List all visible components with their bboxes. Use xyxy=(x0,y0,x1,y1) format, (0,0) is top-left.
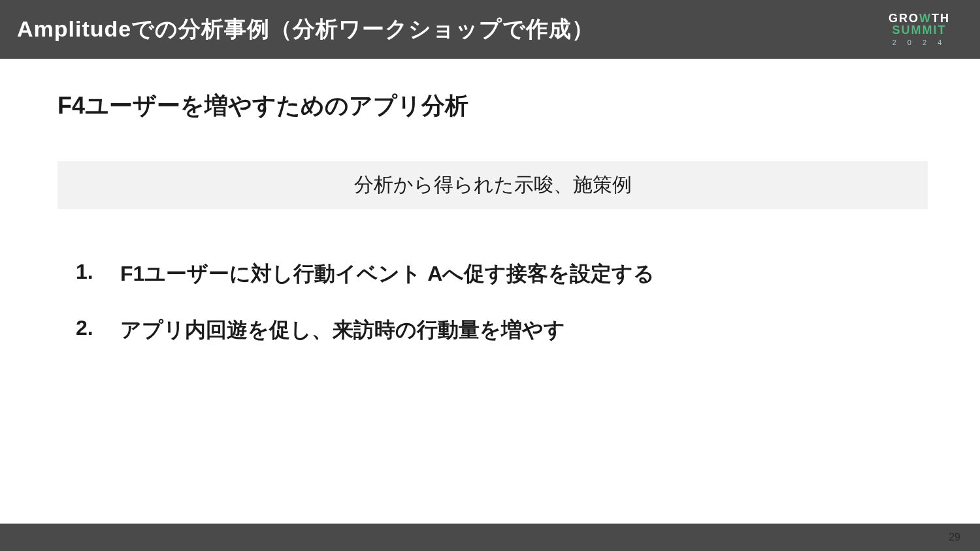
list-text: アプリ内回遊を促し、来訪時の行動量を増やす xyxy=(120,316,565,345)
slide-subtitle: F4ユーザーを増やすためのアプリ分析 xyxy=(57,90,928,122)
list-item: 1. F1ユーザーに対し行動イベント Aへ促す接客を設定する xyxy=(76,260,928,289)
logo-text: TH xyxy=(932,12,950,25)
logo-line2: SUMMIT xyxy=(892,24,946,37)
page-number: 29 xyxy=(949,531,960,543)
insight-list: 1. F1ユーザーに対し行動イベント Aへ促す接客を設定する 2. アプリ内回遊… xyxy=(57,260,928,345)
list-number: 1. xyxy=(76,260,102,289)
growth-summit-logo: GROWTH SUMMIT 2 0 2 4 xyxy=(889,12,950,46)
logo-year: 2 0 2 4 xyxy=(892,39,947,46)
slide-content: F4ユーザーを増やすためのアプリ分析 分析から得られた示唆、施策例 1. F1ユ… xyxy=(0,59,980,345)
header-title: Amplitudeでの分析事例（分析ワークショップで作成） xyxy=(17,14,595,44)
logo-line1: GROWTH xyxy=(889,12,950,24)
insight-heading: 分析から得られた示唆、施策例 xyxy=(57,161,928,209)
slide-header: Amplitudeでの分析事例（分析ワークショップで作成） GROWTH SUM… xyxy=(0,0,980,59)
list-number: 2. xyxy=(76,316,102,345)
logo-text: GRO xyxy=(889,12,919,25)
list-item: 2. アプリ内回遊を促し、来訪時の行動量を増やす xyxy=(76,316,928,345)
slide-footer: 29 xyxy=(0,524,980,551)
logo-check-icon: W xyxy=(919,12,932,24)
list-text: F1ユーザーに対し行動イベント Aへ促す接客を設定する xyxy=(120,260,655,289)
